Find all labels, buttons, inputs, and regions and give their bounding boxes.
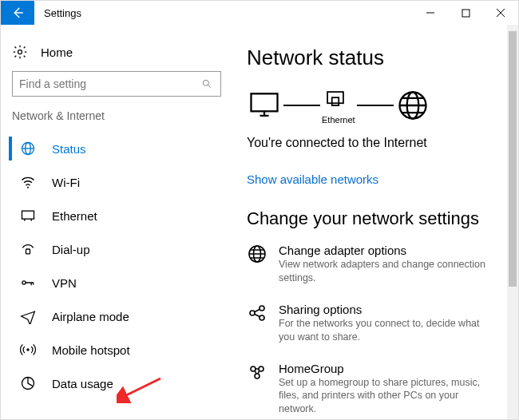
maximize-icon xyxy=(462,9,470,18)
home-button[interactable]: Home xyxy=(9,39,224,68)
home-label: Home xyxy=(41,46,73,59)
sidebar-item-hotspot[interactable]: Mobile hotspot xyxy=(9,333,224,367)
setting-title: HomeGroup xyxy=(279,362,486,375)
sidebar-item-label: Airplane mode xyxy=(52,310,129,323)
scrollbar[interactable] xyxy=(507,25,518,419)
close-button[interactable] xyxy=(483,1,518,25)
svg-point-23 xyxy=(255,374,260,378)
close-icon xyxy=(496,8,505,18)
sidebar-item-dialup[interactable]: Dial-up xyxy=(9,232,224,266)
connection-status: You're connected to the Internet xyxy=(247,136,504,150)
setting-title: Sharing options xyxy=(279,303,486,316)
minimize-icon xyxy=(426,8,435,18)
sidebar-item-label: Dial-up xyxy=(52,243,90,256)
adapter-icon xyxy=(247,244,267,264)
show-networks-link[interactable]: Show available networks xyxy=(247,172,504,186)
diagram-line xyxy=(357,105,394,106)
sidebar-item-label: Mobile hotspot xyxy=(52,343,130,357)
category-heading: Network & Internet xyxy=(9,108,224,127)
setting-sharing-options[interactable]: Sharing options For the networks you con… xyxy=(247,303,504,344)
sidebar-item-label: Ethernet xyxy=(52,209,97,223)
sidebar: Home Find a setting Network & Internet S… xyxy=(1,25,232,419)
vpn-icon xyxy=(20,275,36,291)
sidebar-item-ethernet[interactable]: Ethernet xyxy=(9,199,224,232)
setting-desc: View network adapters and change connect… xyxy=(279,258,486,285)
nav-list: Status Wi-Fi Ethernet xyxy=(9,132,224,400)
page-title: Network status xyxy=(247,46,504,70)
svg-point-1 xyxy=(18,50,22,54)
svg-rect-6 xyxy=(22,211,34,219)
minimize-button[interactable] xyxy=(413,1,448,25)
sidebar-item-status[interactable]: Status xyxy=(9,132,224,165)
setting-adapter-options[interactable]: Change adapter options View network adap… xyxy=(247,244,504,285)
search-input[interactable]: Find a setting xyxy=(12,71,221,97)
ethernet-icon xyxy=(20,208,36,224)
datausage-icon xyxy=(20,375,36,391)
sidebar-item-vpn[interactable]: VPN xyxy=(9,266,224,299)
sidebar-item-label: Data usage xyxy=(52,377,113,390)
airplane-icon xyxy=(20,308,36,324)
content-pane: Network status Ethernet You're connected… xyxy=(232,25,518,419)
svg-rect-13 xyxy=(332,97,339,105)
gear-icon xyxy=(12,44,28,60)
svg-point-18 xyxy=(250,311,255,315)
scrollbar-thumb[interactable] xyxy=(509,31,517,287)
svg-point-2 xyxy=(203,80,208,85)
sidebar-item-airplane[interactable]: Airplane mode xyxy=(9,299,224,333)
network-diagram: Ethernet xyxy=(247,86,504,125)
setting-desc: Set up a homegroup to share pictures, mu… xyxy=(279,376,486,417)
sidebar-item-wifi[interactable]: Wi-Fi xyxy=(9,165,224,199)
globe-icon xyxy=(395,88,430,123)
pc-icon xyxy=(247,88,282,123)
back-button[interactable] xyxy=(1,1,34,25)
dialup-icon xyxy=(20,241,36,257)
svg-point-5 xyxy=(27,187,29,188)
router-icon xyxy=(322,86,349,113)
window-title: Settings xyxy=(34,1,413,25)
svg-point-19 xyxy=(260,306,264,311)
hotspot-icon xyxy=(20,342,36,358)
setting-title: Change adapter options xyxy=(279,244,486,257)
titlebar: Settings xyxy=(1,1,518,25)
sidebar-item-label: VPN xyxy=(52,276,77,290)
svg-point-8 xyxy=(22,281,26,284)
status-icon xyxy=(20,141,36,157)
diagram-line xyxy=(283,105,320,106)
maximize-button[interactable] xyxy=(448,1,483,25)
sidebar-item-label: Wi-Fi xyxy=(52,176,80,189)
sidebar-item-datausage[interactable]: Data usage xyxy=(9,367,224,400)
router-block: Ethernet xyxy=(322,86,355,125)
section-heading: Change your network settings xyxy=(247,208,504,229)
svg-rect-7 xyxy=(26,249,30,254)
search-placeholder: Find a setting xyxy=(19,77,86,90)
svg-point-20 xyxy=(260,315,264,320)
svg-rect-0 xyxy=(462,10,469,17)
search-icon xyxy=(200,78,214,89)
wifi-icon xyxy=(20,174,36,190)
diagram-label: Ethernet xyxy=(322,115,355,125)
setting-homegroup[interactable]: HomeGroup Set up a homegroup to share pi… xyxy=(247,362,504,417)
window-controls xyxy=(413,1,518,25)
sidebar-item-label: Status xyxy=(52,142,86,156)
back-arrow-icon xyxy=(10,6,25,20)
sharing-icon xyxy=(247,303,267,323)
homegroup-icon xyxy=(247,362,267,382)
svg-point-9 xyxy=(26,348,29,351)
svg-rect-11 xyxy=(252,93,278,111)
setting-desc: For the networks you connect to, decide … xyxy=(279,317,486,344)
